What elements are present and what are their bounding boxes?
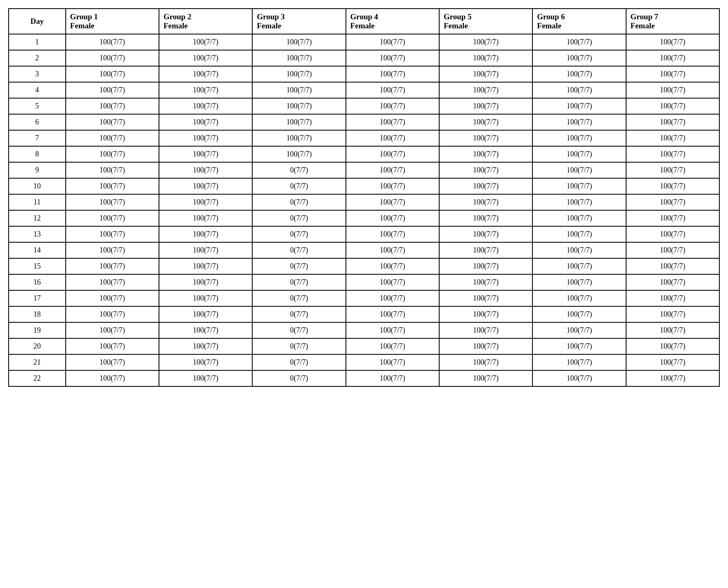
cell-group4: 100(7/7)	[346, 114, 439, 130]
cell-group7: 100(7/7)	[626, 130, 719, 146]
cell-group5: 100(7/7)	[439, 66, 532, 82]
cell-group1: 100(7/7)	[66, 290, 159, 306]
cell-group5: 100(7/7)	[439, 130, 532, 146]
cell-group7: 100(7/7)	[626, 370, 719, 386]
cell-group1: 100(7/7)	[66, 98, 159, 114]
cell-group7: 100(7/7)	[626, 178, 719, 194]
cell-group3: 100(7/7)	[252, 50, 346, 66]
cell-group1: 100(7/7)	[66, 210, 159, 226]
cell-group5: 100(7/7)	[439, 258, 532, 274]
table-container: Day Group 1Female Group 2Female Group 3F…	[8, 8, 720, 387]
cell-day: 8	[9, 146, 66, 162]
cell-group2: 100(7/7)	[159, 130, 252, 146]
table-row: 4100(7/7)100(7/7)100(7/7)100(7/7)100(7/7…	[9, 82, 719, 98]
cell-group3: 0(7/7)	[252, 162, 346, 178]
cell-group4: 100(7/7)	[346, 130, 439, 146]
cell-group3: 0(7/7)	[252, 338, 346, 354]
cell-day: 20	[9, 338, 66, 354]
cell-group6: 100(7/7)	[532, 178, 626, 194]
cell-group7: 100(7/7)	[626, 162, 719, 178]
cell-group7: 100(7/7)	[626, 194, 719, 210]
cell-group5: 100(7/7)	[439, 194, 532, 210]
cell-group4: 100(7/7)	[346, 146, 439, 162]
cell-group1: 100(7/7)	[66, 114, 159, 130]
cell-group2: 100(7/7)	[159, 306, 252, 322]
cell-group2: 100(7/7)	[159, 114, 252, 130]
cell-group4: 100(7/7)	[346, 242, 439, 258]
cell-group2: 100(7/7)	[159, 82, 252, 98]
cell-group4: 100(7/7)	[346, 50, 439, 66]
cell-group7: 100(7/7)	[626, 34, 719, 50]
cell-group6: 100(7/7)	[532, 146, 626, 162]
table-row: 1100(7/7)100(7/7)100(7/7)100(7/7)100(7/7…	[9, 34, 719, 50]
cell-group5: 100(7/7)	[439, 146, 532, 162]
table-row: 19100(7/7)100(7/7)0(7/7)100(7/7)100(7/7)…	[9, 322, 719, 338]
table-row: 12100(7/7)100(7/7)0(7/7)100(7/7)100(7/7)…	[9, 210, 719, 226]
cell-group1: 100(7/7)	[66, 306, 159, 322]
cell-group7: 100(7/7)	[626, 98, 719, 114]
cell-group4: 100(7/7)	[346, 338, 439, 354]
table-row: 15100(7/7)100(7/7)0(7/7)100(7/7)100(7/7)…	[9, 258, 719, 274]
table-body: 1100(7/7)100(7/7)100(7/7)100(7/7)100(7/7…	[9, 34, 719, 386]
cell-group6: 100(7/7)	[532, 82, 626, 98]
col-header-group4: Group 4Female	[346, 9, 439, 34]
cell-group2: 100(7/7)	[159, 242, 252, 258]
table-row: 9100(7/7)100(7/7)0(7/7)100(7/7)100(7/7)1…	[9, 162, 719, 178]
cell-group5: 100(7/7)	[439, 274, 532, 290]
cell-group6: 100(7/7)	[532, 130, 626, 146]
cell-group3: 0(7/7)	[252, 178, 346, 194]
cell-day: 7	[9, 130, 66, 146]
cell-group3: 100(7/7)	[252, 82, 346, 98]
table-row: 11100(7/7)100(7/7)0(7/7)100(7/7)100(7/7)…	[9, 194, 719, 210]
table-row: 7100(7/7)100(7/7)100(7/7)100(7/7)100(7/7…	[9, 130, 719, 146]
cell-day: 5	[9, 98, 66, 114]
cell-group5: 100(7/7)	[439, 50, 532, 66]
cell-group3: 100(7/7)	[252, 34, 346, 50]
cell-group7: 100(7/7)	[626, 226, 719, 242]
table-row: 18100(7/7)100(7/7)0(7/7)100(7/7)100(7/7)…	[9, 306, 719, 322]
cell-group7: 100(7/7)	[626, 258, 719, 274]
cell-day: 4	[9, 82, 66, 98]
cell-group2: 100(7/7)	[159, 162, 252, 178]
cell-group6: 100(7/7)	[532, 226, 626, 242]
cell-group3: 0(7/7)	[252, 242, 346, 258]
cell-group5: 100(7/7)	[439, 322, 532, 338]
cell-group2: 100(7/7)	[159, 258, 252, 274]
col-header-group2: Group 2Female	[159, 9, 252, 34]
cell-group1: 100(7/7)	[66, 66, 159, 82]
cell-group5: 100(7/7)	[439, 114, 532, 130]
cell-group1: 100(7/7)	[66, 242, 159, 258]
table-row: 17100(7/7)100(7/7)0(7/7)100(7/7)100(7/7)…	[9, 290, 719, 306]
cell-group1: 100(7/7)	[66, 194, 159, 210]
cell-group2: 100(7/7)	[159, 210, 252, 226]
cell-group4: 100(7/7)	[346, 322, 439, 338]
cell-group4: 100(7/7)	[346, 226, 439, 242]
table-row: 20100(7/7)100(7/7)0(7/7)100(7/7)100(7/7)…	[9, 338, 719, 354]
cell-group1: 100(7/7)	[66, 258, 159, 274]
cell-group7: 100(7/7)	[626, 242, 719, 258]
cell-group2: 100(7/7)	[159, 178, 252, 194]
cell-group4: 100(7/7)	[346, 354, 439, 370]
cell-group4: 100(7/7)	[346, 306, 439, 322]
cell-group2: 100(7/7)	[159, 354, 252, 370]
cell-day: 12	[9, 210, 66, 226]
col-header-day: Day	[9, 9, 66, 34]
col-header-group5: Group 5Female	[439, 9, 532, 34]
cell-group4: 100(7/7)	[346, 66, 439, 82]
cell-group1: 100(7/7)	[66, 162, 159, 178]
cell-day: 9	[9, 162, 66, 178]
col-header-group1: Group 1Female	[66, 9, 159, 34]
cell-group4: 100(7/7)	[346, 194, 439, 210]
cell-group3: 100(7/7)	[252, 66, 346, 82]
table-row: 8100(7/7)100(7/7)100(7/7)100(7/7)100(7/7…	[9, 146, 719, 162]
cell-group6: 100(7/7)	[532, 258, 626, 274]
cell-group3: 0(7/7)	[252, 226, 346, 242]
cell-group1: 100(7/7)	[66, 322, 159, 338]
cell-group6: 100(7/7)	[532, 306, 626, 322]
cell-group5: 100(7/7)	[439, 370, 532, 386]
cell-group3: 0(7/7)	[252, 290, 346, 306]
col-header-group7: Group 7Female	[626, 9, 719, 34]
cell-group4: 100(7/7)	[346, 98, 439, 114]
cell-group2: 100(7/7)	[159, 322, 252, 338]
cell-group5: 100(7/7)	[439, 82, 532, 98]
